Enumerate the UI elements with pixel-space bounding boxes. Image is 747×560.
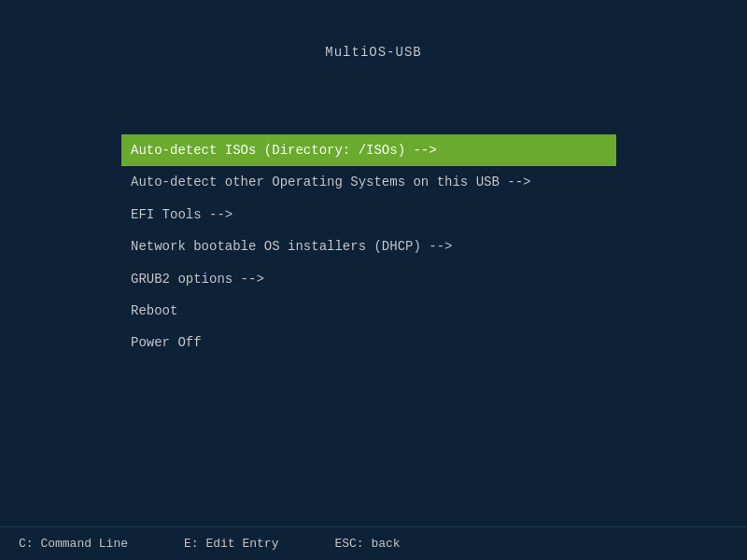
menu-item-auto-detect-isos[interactable]: Auto-detect ISOs (Directory: /ISOs) --> (121, 134, 616, 166)
footer-item-command-line[interactable]: C: Command Line (19, 537, 128, 551)
footer-item-back[interactable]: ESC: back (334, 537, 400, 551)
menu-item-network-boot[interactable]: Network bootable OS installers (DHCP) --… (121, 231, 616, 262)
footer-bar: C: Command LineE: Edit EntryESC: back (0, 526, 747, 560)
menu-item-auto-detect-os[interactable]: Auto-detect other Operating Systems on t… (121, 166, 616, 198)
menu-item-grub2-options[interactable]: GRUB2 options --> (121, 263, 616, 295)
menu-item-efi-tools[interactable]: EFI Tools --> (121, 199, 616, 231)
footer-item-edit-entry[interactable]: E: Edit Entry (184, 537, 278, 551)
menu-item-power-off[interactable]: Power Off (121, 327, 616, 358)
app-title: MultiOS-USB (0, 0, 747, 60)
menu-item-reboot[interactable]: Reboot (121, 295, 616, 327)
menu-container: Auto-detect ISOs (Directory: /ISOs) -->A… (121, 134, 616, 359)
